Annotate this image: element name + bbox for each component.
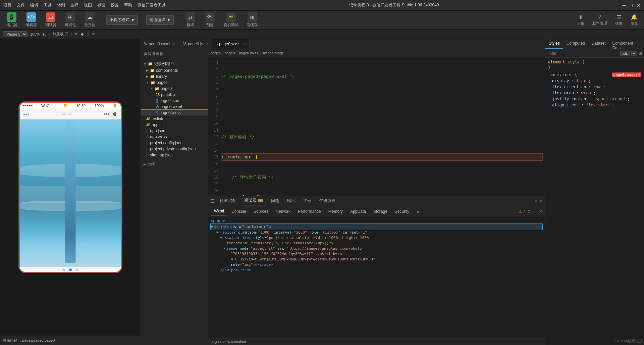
styles-filter-input[interactable] [547,51,619,56]
mode-dropdown[interactable]: 小程序模式 ▼ [106,15,138,25]
version-button[interactable]: ⑂ 版本管理 [590,13,610,27]
devtools-tab-debugger[interactable]: 调试器 7 [241,196,266,205]
refresh-icon[interactable]: ↺ [75,32,78,36]
file-project-private[interactable]: {} project.private.config.json [141,146,208,152]
inner-tab-console[interactable]: Console [228,208,250,215]
root-folder-icon: 📁 [148,62,153,66]
detail-button[interactable]: ☰ 详情 [612,13,625,28]
menu-help[interactable]: 帮助 [124,2,132,8]
tab-page0-wxss[interactable]: S page0.wxss ✕ [212,39,250,49]
hot-reload-toggle[interactable]: 热重载 开 [53,32,68,37]
real-test-button[interactable]: 📟 真机调试 [221,11,241,29]
menu-view[interactable]: 视图 [84,2,92,8]
devtools-toggle[interactable]: ☰ [211,198,215,204]
phone-frame-icon[interactable]: □ [87,32,89,36]
styles-tab-dataset[interactable]: Dataset [588,39,609,49]
file-project-config[interactable]: {} project.config.json [141,140,208,146]
more-options-icon[interactable]: ⋮ [533,209,537,214]
menu-tools[interactable]: 工具 [44,2,52,8]
inner-tab-performance[interactable]: Performance [294,208,324,215]
devtools-tab-issues[interactable]: 问题 [268,197,282,205]
inner-tab-storage[interactable]: Storage [370,208,391,215]
file-app-json[interactable]: {} app.json [141,128,208,134]
file-page0-wxml[interactable]: W page0.wxml [141,104,208,110]
simulator-button[interactable]: 📱 模拟器 [3,11,20,29]
visual-label: 可视化 [65,22,76,28]
close-tab-wxml[interactable]: ✕ [173,42,175,46]
menu-edit[interactable]: 编辑 [30,2,38,8]
file-explorer-more[interactable]: ⋯ [201,52,205,56]
cloud-button[interactable]: ☁ 云开发 [81,11,98,29]
device-select[interactable]: iPhone 5 [3,31,28,37]
close-button[interactable]: ✕ [637,3,641,8]
compile-dropdown[interactable]: 普通编译 ▼ [146,15,174,25]
file-page0-wxss[interactable]: S page0.wxss [141,110,208,116]
devtools-tab-quality[interactable]: 代码质量 [316,197,339,205]
style-source-container[interactable]: page0.wxss:4 [612,72,641,77]
menu-wechat-dev[interactable]: 微信开发者工具 [138,2,166,8]
outline-section[interactable]: ▶ 大纲 [141,161,208,168]
file-page0-js[interactable]: JS page0.js [141,92,208,98]
menu-select[interactable]: 选择 [70,2,78,8]
menu-project[interactable]: 项目 [3,2,11,8]
file-page0-json[interactable]: {} page0.json [141,98,208,104]
styles-tab-computed[interactable]: Computed [563,39,588,49]
file-library[interactable]: ▶ 📁 library [141,73,208,80]
menu-file[interactable]: 文件 [17,2,25,8]
styles-tab-styles[interactable]: Styles [545,39,563,49]
inner-tab-more[interactable]: » [413,207,423,215]
inner-tab-network[interactable]: Network [272,208,294,215]
preview-button[interactable]: 👁 预览 [202,11,218,29]
devtools-tab-terminal[interactable]: 终端 [300,197,315,205]
close-tab-wxss[interactable]: ✕ [243,42,246,46]
styles-tab-component[interactable]: Component Data [609,39,644,49]
translate-button[interactable]: ⇄ 翻译 [182,11,199,29]
tab-page0-wxml[interactable]: W page0.wxml ✕ [141,39,179,49]
upload-button[interactable]: ⬆ 上传 [574,13,587,28]
window-controls[interactable]: ─ □ ✕ [623,3,641,8]
file-page0[interactable]: ▼ 📁 page0 [141,86,208,92]
menu-goto[interactable]: 转到 [57,2,65,8]
inner-tab-security[interactable]: Security [391,208,413,215]
record-icon[interactable]: ⏺ [80,32,84,36]
menu-bar[interactable]: 项目 文件 编辑 工具 转到 选择 视图 界面 设置 帮助 微信开发者工具 [3,2,166,8]
file-app-js[interactable]: JS app.js [141,122,208,128]
inner-tab-wxml[interactable]: Wxml [211,207,227,215]
file-sitemap[interactable]: {} sitemap.json [141,152,208,158]
minimize-button[interactable]: ─ [623,3,626,8]
devtools-tab-check[interactable]: 检测 26 [216,197,239,205]
inner-tab-appdata[interactable]: AppData [347,208,369,215]
menu-settings[interactable]: 设置 [111,2,119,8]
editor-icon: </> [26,12,36,22]
file-pages[interactable]: ▼ 📁 pages [141,80,208,86]
maximize-button[interactable]: □ [630,3,633,8]
add-style-button[interactable]: + [631,51,637,56]
code-editor[interactable]: 12345 678910 1112131415 1617181920 /* pa… [208,57,545,196]
file-root[interactable]: ▼ 📁 记录例程-0 [141,60,208,67]
devtools-tab-output[interactable]: 输出 [284,197,299,205]
file-tab-bar: W page0.wxml ✕ JS page0.js ✕ S page0.wxs… [141,39,545,49]
devtools-expand-icon[interactable]: ⬆ [534,199,538,203]
close-devtools-icon[interactable]: ✕ [539,209,542,214]
close-tab-js[interactable]: ✕ [206,42,209,46]
dom-tree[interactable]: <page> ▼ <view class= "container" > [208,216,545,338]
screenshot-icon[interactable]: ⧉ [92,32,95,36]
visual-button[interactable]: ⊞ 可视化 [62,11,78,29]
editor-button[interactable]: </> 编辑器 [23,11,40,29]
notify-button[interactable]: 🔔 消息 [628,13,641,28]
warning-icon: ⚠ 7 [518,209,525,214]
file-eslintrc[interactable]: JS .eslintrc.js [141,116,208,122]
debugger-button[interactable]: ⇄ 调试器 [42,11,59,29]
dom-container[interactable]: ▼ <view class= "container" > [211,224,542,230]
inner-tab-memory[interactable]: Memory [325,208,346,215]
debugger-label: 调试器 [45,22,56,28]
inner-tab-sources[interactable]: Sources [250,208,272,215]
devtools-close-icon[interactable]: ✕ [539,199,542,203]
cls-button[interactable]: .cls [620,51,630,56]
file-components[interactable]: ▶ 📁 components [141,67,208,73]
menu-ui[interactable]: 界面 [97,2,105,8]
file-app-wxss[interactable]: S app.wxss [141,134,208,140]
clear-button[interactable]: ≋ 清缓存 [244,11,261,29]
settings-gear-icon[interactable]: ⚙ [527,209,531,214]
tab-page0-js[interactable]: JS page0.js ✕ [179,39,212,49]
